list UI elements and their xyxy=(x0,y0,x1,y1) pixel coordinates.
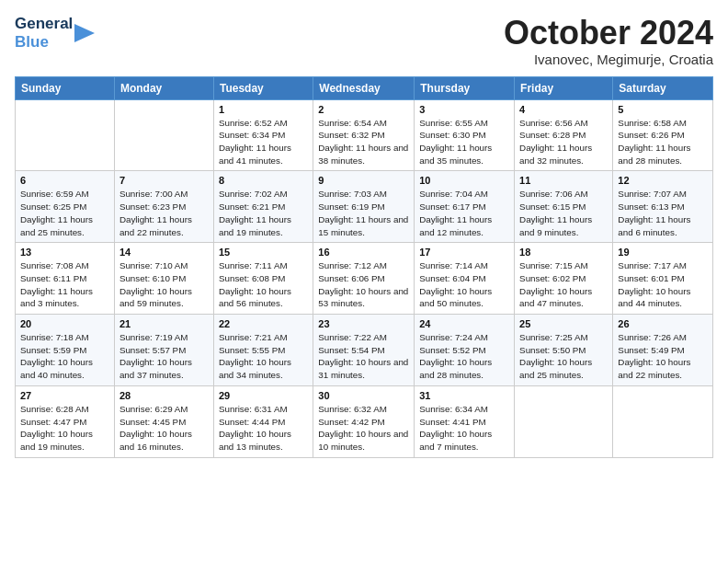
day-number: 18 xyxy=(519,247,608,258)
day-number: 7 xyxy=(119,175,209,186)
day-info: Sunrise: 6:31 AMSunset: 4:44 PMDaylight:… xyxy=(219,403,308,454)
day-number: 19 xyxy=(618,247,708,258)
day-number: 31 xyxy=(419,390,509,401)
day-info: Sunrise: 7:04 AMSunset: 6:17 PMDaylight:… xyxy=(419,188,509,238)
day-number: 13 xyxy=(20,247,109,258)
calendar-day-cell: 25Sunrise: 7:25 AMSunset: 5:50 PMDayligh… xyxy=(515,315,613,386)
day-info: Sunrise: 7:14 AMSunset: 6:04 PMDaylight:… xyxy=(419,259,509,310)
calendar-day-cell: 24Sunrise: 7:24 AMSunset: 5:52 PMDayligh… xyxy=(415,315,515,386)
calendar-day-cell: 16Sunrise: 7:12 AMSunset: 6:06 PMDayligh… xyxy=(313,243,415,315)
page: General Blue October 2024 Ivanovec, Megi… xyxy=(0,0,728,563)
calendar-week-row: 27Sunrise: 6:28 AMSunset: 4:47 PMDayligh… xyxy=(16,385,713,457)
calendar-day-cell: 18Sunrise: 7:15 AMSunset: 6:02 PMDayligh… xyxy=(515,243,613,315)
day-info: Sunrise: 6:52 AMSunset: 6:34 PMDaylight:… xyxy=(219,117,308,167)
day-info: Sunrise: 7:22 AMSunset: 5:54 PMDaylight:… xyxy=(318,331,409,382)
day-number: 8 xyxy=(219,175,308,186)
day-info: Sunrise: 7:02 AMSunset: 6:21 PMDaylight:… xyxy=(219,188,308,238)
day-info: Sunrise: 6:56 AMSunset: 6:28 PMDaylight:… xyxy=(519,117,608,167)
calendar-header-row: Sunday Monday Tuesday Wednesday Thursday… xyxy=(16,76,713,99)
day-info: Sunrise: 7:12 AMSunset: 6:06 PMDaylight:… xyxy=(318,259,409,310)
day-number: 16 xyxy=(318,247,409,258)
day-number: 24 xyxy=(419,318,509,329)
col-tuesday: Tuesday xyxy=(213,76,313,99)
calendar-day-cell: 1Sunrise: 6:52 AMSunset: 6:34 PMDaylight… xyxy=(213,99,313,171)
day-number: 22 xyxy=(219,318,308,329)
calendar-day-cell: 21Sunrise: 7:19 AMSunset: 5:57 PMDayligh… xyxy=(114,315,213,386)
month-title: October 2024 xyxy=(504,15,713,52)
calendar-week-row: 13Sunrise: 7:08 AMSunset: 6:11 PMDayligh… xyxy=(16,243,713,315)
col-friday: Friday xyxy=(515,76,613,99)
calendar-day-cell: 14Sunrise: 7:10 AMSunset: 6:10 PMDayligh… xyxy=(114,243,213,315)
col-thursday: Thursday xyxy=(415,76,515,99)
day-number: 27 xyxy=(20,390,109,401)
day-info: Sunrise: 6:28 AMSunset: 4:47 PMDaylight:… xyxy=(20,403,109,454)
calendar-day-cell: 17Sunrise: 7:14 AMSunset: 6:04 PMDayligh… xyxy=(415,243,515,315)
calendar-day-cell: 31Sunrise: 6:34 AMSunset: 4:41 PMDayligh… xyxy=(415,385,515,457)
calendar-day-cell: 5Sunrise: 6:58 AMSunset: 6:26 PMDaylight… xyxy=(613,99,713,171)
day-number: 29 xyxy=(219,390,308,401)
day-number: 26 xyxy=(618,318,708,329)
calendar-day-cell: 23Sunrise: 7:22 AMSunset: 5:54 PMDayligh… xyxy=(313,315,415,386)
day-number: 9 xyxy=(318,175,409,186)
calendar-week-row: 6Sunrise: 6:59 AMSunset: 6:25 PMDaylight… xyxy=(16,171,713,243)
day-number: 12 xyxy=(618,175,708,186)
calendar-day-cell: 3Sunrise: 6:55 AMSunset: 6:30 PMDaylight… xyxy=(415,99,515,171)
logo-wing-icon xyxy=(74,17,95,50)
day-info: Sunrise: 7:21 AMSunset: 5:55 PMDaylight:… xyxy=(219,331,308,382)
day-info: Sunrise: 7:17 AMSunset: 6:01 PMDaylight:… xyxy=(618,259,708,310)
day-info: Sunrise: 7:11 AMSunset: 6:08 PMDaylight:… xyxy=(219,259,308,310)
day-number: 1 xyxy=(219,104,308,115)
day-number: 10 xyxy=(419,175,509,186)
day-info: Sunrise: 6:59 AMSunset: 6:25 PMDaylight:… xyxy=(20,188,109,238)
calendar-day-cell: 11Sunrise: 7:06 AMSunset: 6:15 PMDayligh… xyxy=(515,171,613,243)
day-info: Sunrise: 7:18 AMSunset: 5:59 PMDaylight:… xyxy=(20,331,109,382)
day-number: 30 xyxy=(318,390,409,401)
day-number: 15 xyxy=(219,247,308,258)
day-info: Sunrise: 6:29 AMSunset: 4:45 PMDaylight:… xyxy=(119,403,209,454)
day-number: 14 xyxy=(119,247,209,258)
calendar-day-cell xyxy=(515,385,613,457)
logo: General Blue xyxy=(15,15,95,51)
calendar-day-cell: 4Sunrise: 6:56 AMSunset: 6:28 PMDaylight… xyxy=(515,99,613,171)
calendar-day-cell xyxy=(613,385,713,457)
calendar-day-cell: 12Sunrise: 7:07 AMSunset: 6:13 PMDayligh… xyxy=(613,171,713,243)
day-info: Sunrise: 6:54 AMSunset: 6:32 PMDaylight:… xyxy=(318,117,409,167)
calendar-week-row: 20Sunrise: 7:18 AMSunset: 5:59 PMDayligh… xyxy=(16,315,713,386)
title-block: October 2024 Ivanovec, Megimurje, Croati… xyxy=(504,15,713,67)
day-info: Sunrise: 7:26 AMSunset: 5:49 PMDaylight:… xyxy=(618,331,708,382)
calendar-day-cell: 2Sunrise: 6:54 AMSunset: 6:32 PMDaylight… xyxy=(313,99,415,171)
svg-marker-0 xyxy=(74,24,95,42)
day-number: 5 xyxy=(618,104,708,115)
calendar-day-cell: 7Sunrise: 7:00 AMSunset: 6:23 PMDaylight… xyxy=(114,171,213,243)
day-number: 17 xyxy=(419,247,509,258)
header: General Blue October 2024 Ivanovec, Megi… xyxy=(15,15,713,67)
day-number: 28 xyxy=(119,390,209,401)
day-info: Sunrise: 6:32 AMSunset: 4:42 PMDaylight:… xyxy=(318,403,409,454)
location: Ivanovec, Megimurje, Croatia xyxy=(504,52,713,67)
day-info: Sunrise: 7:08 AMSunset: 6:11 PMDaylight:… xyxy=(20,259,109,310)
day-info: Sunrise: 7:24 AMSunset: 5:52 PMDaylight:… xyxy=(419,331,509,382)
col-saturday: Saturday xyxy=(613,76,713,99)
day-number: 23 xyxy=(318,318,409,329)
day-info: Sunrise: 7:06 AMSunset: 6:15 PMDaylight:… xyxy=(519,188,608,238)
col-monday: Monday xyxy=(114,76,213,99)
calendar-day-cell: 10Sunrise: 7:04 AMSunset: 6:17 PMDayligh… xyxy=(415,171,515,243)
day-number: 2 xyxy=(318,104,409,115)
calendar-day-cell: 19Sunrise: 7:17 AMSunset: 6:01 PMDayligh… xyxy=(613,243,713,315)
day-info: Sunrise: 7:03 AMSunset: 6:19 PMDaylight:… xyxy=(318,188,409,238)
day-info: Sunrise: 7:00 AMSunset: 6:23 PMDaylight:… xyxy=(119,188,209,238)
day-number: 4 xyxy=(519,104,608,115)
col-sunday: Sunday xyxy=(16,76,115,99)
day-info: Sunrise: 7:25 AMSunset: 5:50 PMDaylight:… xyxy=(519,331,608,382)
calendar-day-cell: 9Sunrise: 7:03 AMSunset: 6:19 PMDaylight… xyxy=(313,171,415,243)
day-info: Sunrise: 7:10 AMSunset: 6:10 PMDaylight:… xyxy=(119,259,209,310)
calendar-day-cell: 15Sunrise: 7:11 AMSunset: 6:08 PMDayligh… xyxy=(213,243,313,315)
day-info: Sunrise: 6:34 AMSunset: 4:41 PMDaylight:… xyxy=(419,403,509,454)
day-info: Sunrise: 6:55 AMSunset: 6:30 PMDaylight:… xyxy=(419,117,509,167)
calendar-day-cell: 22Sunrise: 7:21 AMSunset: 5:55 PMDayligh… xyxy=(213,315,313,386)
day-info: Sunrise: 7:19 AMSunset: 5:57 PMDaylight:… xyxy=(119,331,209,382)
col-wednesday: Wednesday xyxy=(313,76,415,99)
day-number: 20 xyxy=(20,318,109,329)
calendar-day-cell: 6Sunrise: 6:59 AMSunset: 6:25 PMDaylight… xyxy=(16,171,115,243)
calendar-week-row: 1Sunrise: 6:52 AMSunset: 6:34 PMDaylight… xyxy=(16,99,713,171)
